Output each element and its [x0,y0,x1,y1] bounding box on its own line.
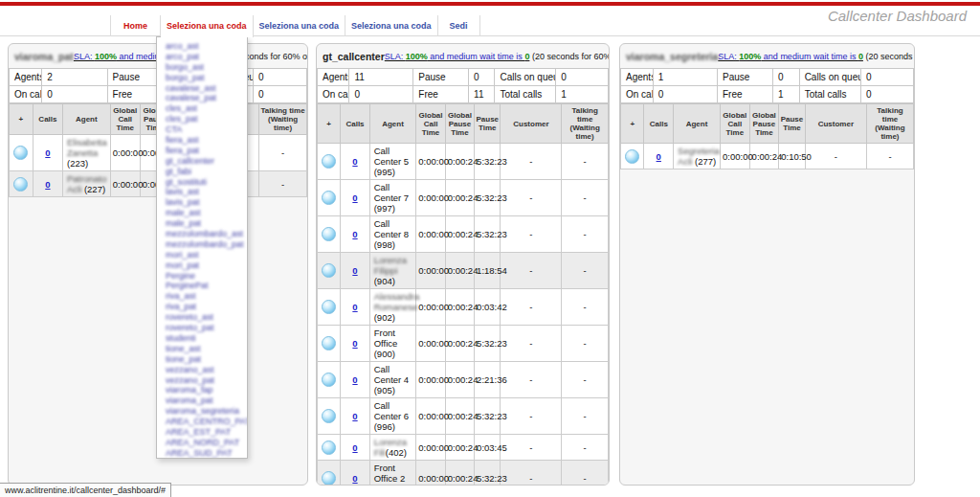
agent-status-icon[interactable] [322,227,336,241]
agent-status-icon[interactable] [13,146,28,160]
queue-option[interactable]: AREA_CENTRO_PAT [157,417,247,427]
calls-link[interactable]: 0 [352,156,357,167]
calls-link[interactable]: 0 [352,192,357,203]
queue-option[interactable]: cavalese_ast [157,83,247,94]
waiting-time-line: (Waiting time) [570,124,600,141]
agent-status-icon[interactable] [322,471,336,486]
queue-option[interactable]: arco_pat [157,52,247,62]
queue-option[interactable]: gt_sostituti [157,177,247,188]
queue-option[interactable]: CTA [157,124,247,135]
queue-option[interactable]: viaroma_segreteria [157,406,247,417]
calls-link[interactable]: 0 [352,265,357,276]
queue-option[interactable]: lavis_pat [157,197,247,208]
status-cell [318,326,341,362]
stats-value: 0 [556,69,609,86]
queue-option[interactable]: AREA_SUD_PAT [157,448,247,459]
tab-seleziona-una-coda-3[interactable]: Seleziona una coda [345,15,438,36]
column-header-pause: Pause Time [779,104,806,144]
column-header-global: Global Call Time [416,104,445,144]
agent-extension: (996) [374,421,395,432]
agent-status-icon[interactable] [13,177,28,192]
talking-time-cell: - [562,289,609,326]
queue-option[interactable]: mezzolombardo_pat [157,239,247,250]
queue-option[interactable]: fiera_ast [157,135,247,146]
queue-option[interactable]: AREA_EST_PAT [157,427,247,438]
queue-option[interactable]: cles_pat [157,114,247,124]
tab-seleziona-una-coda-2[interactable]: Seleziona una coda [254,15,346,36]
calls-link[interactable]: 0 [352,338,357,349]
tab-sedi-4[interactable]: Sedi [438,15,480,36]
waiting-time-line: (Waiting time) [268,115,298,132]
queue-option[interactable]: AREA_NORD_PAT [157,438,247,448]
tab-home-0[interactable]: Home [110,15,161,36]
sla-link[interactable]: SLA: 100% and medium wait time is 0 [718,52,863,61]
calls-link[interactable]: 0 [352,302,357,312]
queue-option[interactable]: viaroma_pat [157,395,247,406]
queue-option[interactable]: cles_ast [157,103,247,114]
queue-option[interactable]: Pergine [157,271,247,282]
calls-link[interactable]: 0 [352,229,357,239]
sla-text: SLA: 100% and medium wait time is 0 (20 … [385,52,609,61]
queue-option[interactable]: tione_ast [157,344,247,354]
queue-option[interactable]: cavalese_pat [157,93,247,103]
customer-cell: - [501,253,562,289]
queue-option[interactable]: arco_ast [157,41,247,52]
queue-option[interactable]: lavis_ast [157,187,247,197]
sla-link[interactable]: SLA: 100% and medium wait time is 0 [385,52,530,61]
agent-status-icon[interactable] [322,191,336,205]
calls-link[interactable]: 0 [657,151,661,162]
talking-time-cell: - [562,435,609,461]
queue-option[interactable]: riva_pat [157,302,247,312]
queue-option[interactable]: gt_fabi [157,167,247,177]
queue-option[interactable]: vezzano_pat [157,375,247,386]
stats-value: 1 [773,86,800,103]
agent-name: Call Center 8 [374,218,409,239]
queue-option[interactable]: tione_pat [157,354,247,365]
agent-status-icon[interactable] [322,154,336,169]
queue-panel: gt_callcenterSLA: 100% and medium wait t… [316,43,610,486]
stats-label: On call [621,86,654,103]
agent-status-icon[interactable] [322,409,336,423]
queue-option[interactable]: gt_callcenter [157,156,247,167]
agent-status-icon[interactable] [625,149,639,164]
queue-option[interactable]: studenti [157,333,247,344]
stats-label: Agents [10,69,42,86]
agent-status-icon[interactable] [322,263,336,278]
queue-option[interactable]: viaroma_fap [157,385,247,395]
global-pause-time-cell: 0:00:24 [445,216,474,253]
column-header-expand: + [318,104,341,144]
global-call-time-cell: 0:00:00 [110,171,140,197]
tab-seleziona-una-coda-1[interactable]: Seleziona una coda [161,15,254,37]
status-cell [318,253,341,289]
queue-option[interactable]: mezzolombardo_ast [157,229,247,239]
queue-option[interactable]: male_pat [157,218,247,229]
panel-title-row: gt_callcenterSLA: 100% and medium wait t… [317,44,609,68]
pause-time-cell: 5:32:23 [475,180,501,216]
global-call-time-cell: 0:00:00 [416,180,445,216]
queue-option[interactable]: riva_ast [157,291,247,302]
queue-option[interactable]: borgo_ast [157,62,247,73]
calls-link[interactable]: 0 [352,473,357,484]
queue-option[interactable]: PerginePat [157,281,247,291]
queue-option[interactable]: rovereto_ast [157,312,247,323]
queue-option[interactable]: borgo_pat [157,73,247,83]
calls-link[interactable]: 0 [45,147,50,158]
agent-row: 0Call Center 4 (905)0:00:000:00:242:21:3… [318,362,609,398]
calls-link[interactable]: 0 [45,179,50,190]
agent-status-icon[interactable] [322,373,336,387]
talking-time-line: Talking time [261,106,305,115]
queue-option[interactable]: mori_pat [157,260,247,271]
agent-status-icon[interactable] [322,336,336,350]
queue-option[interactable]: rovereto_pat [157,323,247,333]
calls-cell: 0 [341,216,369,253]
agent-status-icon[interactable] [322,441,336,455]
queue-option[interactable]: fiera_pat [157,146,247,156]
agent-row: 0Call Center 6 (996)0:00:000:00:245:32:2… [318,398,609,435]
queue-option[interactable]: vezzano_ast [157,365,247,375]
queue-option[interactable]: mori_ast [157,250,247,260]
agent-status-icon[interactable] [322,300,336,314]
calls-link[interactable]: 0 [352,442,357,453]
calls-link[interactable]: 0 [352,411,357,421]
queue-option[interactable]: male_ast [157,208,247,218]
calls-link[interactable]: 0 [352,374,357,385]
